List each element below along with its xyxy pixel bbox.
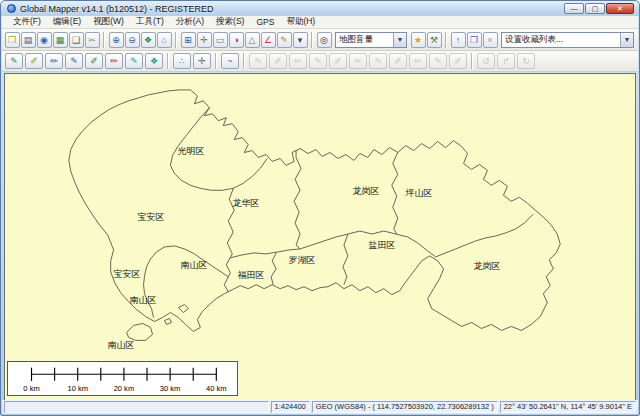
path-profile-tool-icon[interactable]: △: [245, 32, 260, 48]
layer-book-icon[interactable]: ❐: [467, 32, 482, 48]
open-file-icon[interactable]: ❒: [5, 32, 20, 48]
scale-bar-graphic: 0 km10 km20 km30 km40 km: [8, 362, 237, 395]
digitizer-edit-icon[interactable]: ✎: [5, 53, 23, 69]
pan-tool-icon[interactable]: ✛: [197, 32, 212, 48]
digitizer-rotate-icon[interactable]: ✏: [289, 53, 307, 69]
menu-item-4[interactable]: 工具(T): [130, 16, 170, 28]
digitizer-split-icon[interactable]: ✐: [329, 53, 347, 69]
digitizer-edit-attr-icon[interactable]: ✎: [249, 53, 267, 69]
toolbar-separator: [175, 32, 177, 48]
menu-item-7[interactable]: GPS: [250, 17, 280, 27]
cut-icon[interactable]: ✂: [85, 32, 100, 48]
district-label-3: 龙华区: [233, 197, 260, 210]
zoom-in-icon[interactable]: ⊕: [109, 32, 124, 48]
chevron-down-icon[interactable]: ▼: [620, 33, 633, 47]
digitizer-create-line-icon[interactable]: ✏: [45, 53, 63, 69]
digitizer-redo-icon[interactable]: ↱: [497, 53, 515, 69]
save-workspace-icon[interactable]: ▤: [21, 32, 36, 48]
menu-item-2[interactable]: 编辑(E): [47, 16, 87, 28]
status-message-segment: [4, 401, 269, 413]
scale-bar: 0 km10 km20 km30 km40 km: [7, 361, 238, 396]
nanshan-futian-boundary: [224, 277, 228, 292]
digitizer-smooth-icon[interactable]: ✐: [449, 53, 467, 69]
home-view-icon[interactable]: ⌂: [157, 32, 172, 48]
luohu-yantian-boundary: [343, 234, 348, 285]
digitizer-create-area-icon[interactable]: ✎: [65, 53, 83, 69]
close-button[interactable]: ✕: [606, 3, 634, 14]
tool-dropdown-icon[interactable]: ▾: [293, 32, 308, 48]
digitizer-create-circle-icon[interactable]: ✎: [125, 53, 143, 69]
digitizer-create-rect-icon[interactable]: ✐: [85, 53, 103, 69]
digitizer-create-point-icon[interactable]: ✐: [25, 53, 43, 69]
district-label-4: 龙岗区: [353, 185, 380, 198]
district-label-8: 宝安区: [114, 268, 141, 281]
district-label-13: 南山区: [108, 339, 135, 352]
move-up-icon[interactable]: ↑: [451, 32, 466, 48]
minimize-button[interactable]: —: [564, 3, 584, 14]
toolbar-separator: [445, 32, 447, 48]
menu-item-5[interactable]: 分析(A): [170, 16, 210, 28]
toolbar-separator: [167, 53, 169, 69]
download-online-data-icon[interactable]: ◉: [37, 32, 52, 48]
menu-item-1[interactable]: 文件(F): [7, 16, 47, 28]
digitizer-grid-icon[interactable]: ❖: [145, 53, 163, 69]
favorite-config-icon[interactable]: ⚒: [427, 32, 442, 48]
favorites-combo[interactable]: 设置收藏列表...▼: [501, 32, 634, 48]
workspace-icon[interactable]: ❑: [69, 32, 84, 48]
toolbar-separator: [215, 53, 217, 69]
maximize-button[interactable]: ▢: [585, 3, 605, 14]
search-binoculars-icon[interactable]: ◎: [317, 32, 332, 48]
district-label-2: 宝安区: [138, 211, 165, 224]
zoom-out-icon[interactable]: ⊖: [125, 32, 140, 48]
digitizer-toolbar: ✎✐✏✎✐✏✎❖∴✛~✎✐✏✎✐✏✎✐✏✎✐↺↱↻: [2, 51, 638, 72]
futian-luohu-boundary: [271, 253, 276, 285]
scale-label-4: 30 km: [160, 384, 181, 393]
digitizer-tool-icon[interactable]: ✎: [277, 32, 292, 48]
digitizer-trace-icon[interactable]: ~: [221, 53, 239, 69]
menu-item-8[interactable]: 帮助(H): [280, 16, 321, 28]
scale-label-1: 0 km: [23, 384, 39, 393]
scale-label-5: 40 km: [206, 384, 227, 393]
feature-info-tool-icon[interactable]: ◑: [229, 32, 244, 48]
toolbar-separator: [471, 53, 473, 69]
scale-label-2: 10 km: [67, 384, 88, 393]
chevron-down-icon[interactable]: ▼: [393, 33, 406, 47]
window-title: Global Mapper v14.1 (b120512) - REGISTER…: [20, 4, 214, 14]
digitizer-shift-icon[interactable]: ✎: [429, 53, 447, 69]
digitizer-undo-icon[interactable]: ↺: [477, 53, 495, 69]
digitizer-revert-icon[interactable]: ↻: [517, 53, 535, 69]
longgang-pingshan-boundary: [392, 153, 398, 235]
digitizer-paste-icon[interactable]: ✐: [389, 53, 407, 69]
district-label-10: 福田区: [238, 269, 265, 282]
district-label-12: 南山区: [130, 294, 157, 307]
pingshan-dapeng-boundary: [436, 214, 534, 257]
digitizer-snap-icon[interactable]: ✛: [193, 53, 211, 69]
district-label-6: 盐田区: [369, 239, 396, 252]
full-extent-icon[interactable]: ❖: [141, 32, 156, 48]
status-bar: 1:424400 GEO (WGS84) - ( 114.7527503920,…: [2, 400, 638, 414]
digitizer-vertex-icon[interactable]: ∴: [173, 53, 191, 69]
title-bar[interactable]: Global Mapper v14.1 (b120512) - REGISTER…: [1, 1, 639, 16]
zoom-box-tool-icon[interactable]: ⊞: [181, 32, 196, 48]
full-view-tool-icon[interactable]: ▭: [213, 32, 228, 48]
favorite-add-icon[interactable]: ★: [411, 32, 426, 48]
overlay-control-icon[interactable]: ▦: [53, 32, 68, 48]
map-canvas[interactable]: 光明区宝安区龙华区龙岗区坪山区盐田区龙岗区宝安区南山区福田区罗湖区南山区南山区 …: [4, 73, 636, 402]
digitizer-move-icon[interactable]: ✐: [269, 53, 287, 69]
longhua-longgang-boundary: [294, 151, 301, 249]
toolbar-separator: [311, 32, 313, 48]
digitizer-join-icon[interactable]: ✏: [349, 53, 367, 69]
toolbar-separator: [103, 32, 105, 48]
map-select-combo[interactable]: 地图音量▼: [335, 32, 407, 48]
measure-tool-icon[interactable]: ∠: [261, 32, 276, 48]
digitizer-delete-icon[interactable]: ✏: [409, 53, 427, 69]
scale-label-3: 20 km: [114, 384, 135, 393]
menu-item-6[interactable]: 搜索(S): [210, 16, 250, 28]
digitizer-create-range-icon[interactable]: ✏: [105, 53, 123, 69]
digitizer-copy-icon[interactable]: ✎: [369, 53, 387, 69]
toolbar-separator: [243, 53, 245, 69]
digitizer-scale-icon[interactable]: ✎: [309, 53, 327, 69]
map-select-combo-value: 地图音量: [336, 34, 393, 46]
menu-item-3[interactable]: 视图(W): [87, 16, 130, 28]
remove-icon[interactable]: ×: [483, 32, 498, 48]
